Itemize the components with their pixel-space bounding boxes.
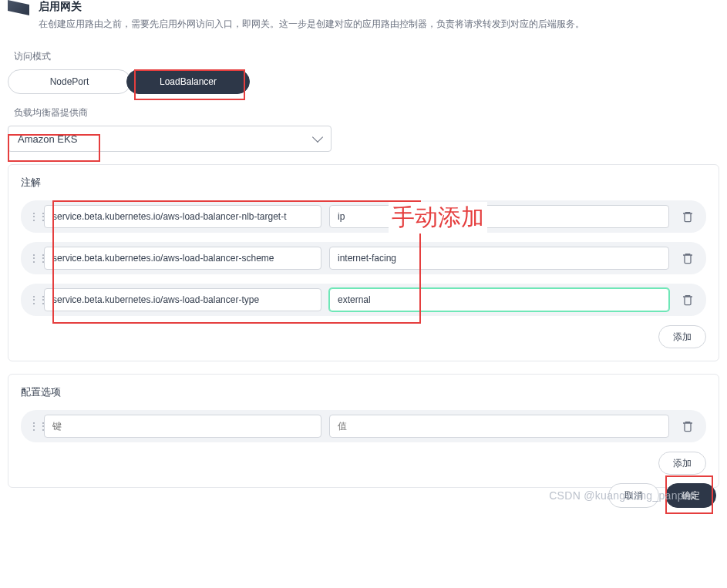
annotation-key-input[interactable] xyxy=(44,205,321,228)
add-config-button[interactable]: 添加 xyxy=(658,452,706,475)
annotation-value-input[interactable] xyxy=(329,247,669,270)
cancel-button[interactable]: 取消 xyxy=(608,483,659,508)
provider-select[interactable]: Amazon EKS xyxy=(8,126,332,152)
annotation-overlay-text: 手动添加 xyxy=(389,202,487,234)
trash-icon[interactable] xyxy=(682,420,694,432)
chevron-down-icon xyxy=(312,132,323,143)
tab-loadbalancer[interactable]: LoadBalancer xyxy=(126,69,250,94)
config-key-input[interactable] xyxy=(44,415,321,438)
annotation-row: ⋮⋮ xyxy=(21,200,706,233)
provider-label: 负载均衡器提供商 xyxy=(14,106,719,119)
trash-icon[interactable] xyxy=(682,252,694,264)
confirm-button[interactable]: 确定 xyxy=(665,483,716,508)
page-description: 在创建应用路由之前，需要先启用外网访问入口，即网关。这一步是创建对应的应用路由控… xyxy=(39,17,584,32)
drag-handle-icon[interactable]: ⋮⋮ xyxy=(29,423,36,429)
add-annotation-button[interactable]: 添加 xyxy=(658,325,706,348)
tab-nodeport[interactable]: NodePort xyxy=(8,69,131,94)
page-title: 启用网关 xyxy=(39,0,584,14)
config-value-input[interactable] xyxy=(329,415,669,438)
annotation-value-input[interactable] xyxy=(329,288,669,311)
drag-handle-icon[interactable]: ⋮⋮ xyxy=(29,297,36,303)
annotations-title: 注解 xyxy=(21,176,706,190)
drag-handle-icon[interactable]: ⋮⋮ xyxy=(29,213,36,220)
annotation-row: ⋮⋮ xyxy=(21,242,706,274)
annotation-key-input[interactable] xyxy=(44,247,321,270)
trash-icon[interactable] xyxy=(682,294,694,306)
gateway-icon xyxy=(8,0,29,15)
annotation-value-input[interactable] xyxy=(329,205,669,228)
annotation-key-input[interactable] xyxy=(44,288,321,311)
annotations-panel: 注解 ⋮⋮ ⋮⋮ ⋮⋮ 添加 xyxy=(8,164,719,361)
config-panel: 配置选项 ⋮⋮ 添加 xyxy=(8,374,719,488)
drag-handle-icon[interactable]: ⋮⋮ xyxy=(29,255,36,261)
config-row: ⋮⋮ xyxy=(21,410,706,442)
access-mode-tabs: NodePort LoadBalancer xyxy=(8,69,719,94)
footer-actions: 取消 确定 xyxy=(608,483,716,508)
page-header: 启用网关 在创建应用路由之前，需要先启用外网访问入口，即网关。这一步是创建对应的… xyxy=(8,0,719,42)
access-mode-label: 访问模式 xyxy=(14,50,719,63)
trash-icon[interactable] xyxy=(682,210,694,223)
annotation-row: ⋮⋮ xyxy=(21,284,706,316)
provider-value: Amazon EKS xyxy=(18,133,77,145)
config-title: 配置选项 xyxy=(21,385,706,399)
